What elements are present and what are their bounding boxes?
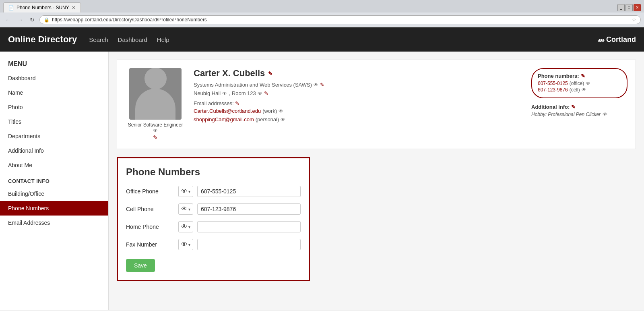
sidebar-item-phone-numbers[interactable]: Phone Numbers [0, 201, 108, 216]
email-personal-link[interactable]: shoppingCart@gmail.com [194, 116, 254, 122]
address-bar[interactable]: 🔒 https://webapp.cortland.edu/Directory/… [39, 15, 641, 24]
active-tab[interactable]: 📄 Phone Numbers - SUNY ✕ [3, 2, 81, 12]
tab-favicon: 📄 [8, 5, 14, 10]
close-button[interactable]: ✕ [634, 4, 641, 11]
email-work-link[interactable]: Carter.Cubells@cortland.edu [194, 108, 261, 114]
phone-cell-visibility[interactable]: 👁 [582, 87, 586, 93]
office-phone-visibility-control[interactable]: 👁 ▾ [178, 186, 193, 197]
sidebar-item-email-addresses[interactable]: Email Addresses [0, 216, 108, 230]
bookmark-icon[interactable]: ☆ [632, 17, 636, 23]
sidebar: MENU Dashboard Name Photo Titles Departm… [0, 52, 109, 310]
menu-heading: MENU [0, 56, 108, 71]
home-phone-visibility-control[interactable]: 👁 ▾ [178, 221, 193, 232]
location-row: Neubig Hall 👁 , Room 123 👁 ✎ [194, 90, 515, 96]
location-visibility-icon[interactable]: 👁 [222, 91, 227, 96]
profile-name-edit-icon[interactable]: ✎ [268, 70, 272, 77]
forward-button[interactable]: → [15, 15, 25, 25]
cell-phone-input[interactable] [197, 203, 301, 215]
home-phone-input[interactable] [197, 221, 301, 232]
sidebar-item-departments[interactable]: Departments [0, 129, 108, 143]
job-title-edit-icon[interactable]: ✎ [153, 134, 158, 141]
phone-cell-entry: 607-123-9876 (cell) 👁 [538, 87, 621, 93]
profile-avatar-section: Senior Software Engineer 👁 ✎ [125, 68, 186, 141]
sidebar-item-name[interactable]: Name [0, 85, 108, 100]
hobby-value: Hobby: Professional Pen Clicker [531, 112, 601, 117]
cell-phone-row: Cell Phone 👁 ▾ [126, 203, 301, 215]
phone-form-card: Phone Numbers Office Phone 👁 ▾ Cell Phon… [117, 157, 310, 281]
department-text: Systems Administration and Web Services … [194, 82, 312, 88]
additional-info-edit-icon[interactable]: ✎ [571, 104, 576, 110]
avatar-head [144, 68, 167, 89]
sidebar-item-building-office[interactable]: Building/Office [0, 187, 108, 201]
email-label: Email addresses: ✎ [194, 100, 515, 106]
cell-phone-chevron-icon: ▾ [188, 207, 190, 211]
sidebar-item-titles[interactable]: Titles [0, 114, 108, 129]
additional-info-section: Additional info: ✎ Hobby: Professional P… [531, 104, 627, 117]
profile-card: Senior Software Engineer 👁 ✎ Carter X. C… [117, 60, 636, 149]
maximize-button[interactable]: □ [625, 4, 633, 11]
save-button[interactable]: Save [126, 259, 155, 272]
tab-close-button[interactable]: ✕ [72, 5, 76, 10]
email-work-visibility[interactable]: 👁 [279, 108, 283, 114]
reload-button[interactable]: ↻ [27, 15, 37, 25]
dept-visibility-icon[interactable]: 👁 [314, 82, 318, 88]
fax-number-input[interactable] [197, 239, 301, 250]
room-text: Room 123 [232, 90, 256, 96]
sidebar-item-dashboard[interactable]: Dashboard [0, 71, 108, 85]
phone-office-type: (office) [570, 81, 584, 86]
logo-text: 𝓂 Cortland [598, 35, 636, 44]
sidebar-item-about-me[interactable]: About Me [0, 158, 108, 172]
phone-numbers-edit-icon[interactable]: ✎ [581, 73, 585, 79]
phone-cell-type: (cell) [570, 87, 580, 93]
cell-phone-visibility-control[interactable]: 👁 ▾ [178, 203, 193, 215]
avatar-image [129, 68, 182, 120]
avatar-person-shape [139, 68, 171, 120]
office-phone-row: Office Phone 👁 ▾ [126, 186, 301, 197]
phone-office-number: 607-555-0125 [538, 81, 568, 86]
main-content: Senior Software Engineer 👁 ✎ Carter X. C… [109, 52, 644, 310]
cell-phone-eye-icon: 👁 [181, 205, 188, 213]
tab-title: Phone Numbers - SUNY [17, 5, 69, 10]
office-phone-chevron-icon: ▾ [188, 189, 190, 194]
home-phone-eye-icon: 👁 [181, 223, 188, 230]
phone-numbers-label-text: Phone numbers: [538, 73, 579, 79]
form-title: Phone Numbers [126, 166, 301, 178]
tab-bar: 📄 Phone Numbers - SUNY ✕ _ □ ✕ [0, 0, 644, 12]
fax-number-label: Fax Number [126, 241, 174, 248]
minimize-button[interactable]: _ [617, 4, 625, 11]
sidebar-item-photo[interactable]: Photo [0, 100, 108, 114]
back-button[interactable]: ← [3, 15, 13, 25]
nav-dashboard[interactable]: Dashboard [118, 36, 147, 43]
browser-nav: ← → ↻ 🔒 https://webapp.cortland.edu/Dire… [0, 12, 644, 27]
email-work-type: (work) [262, 108, 277, 114]
sidebar-item-additional-info[interactable]: Additional Info [0, 143, 108, 158]
phone-office-visibility[interactable]: 👁 [586, 81, 590, 86]
profile-name-row: Carter X. Cubells ✎ [194, 68, 515, 79]
fax-chevron-icon: ▾ [188, 243, 190, 247]
nav-search[interactable]: Search [89, 36, 108, 43]
suny-cortland-logo: 𝓂 Cortland [598, 35, 636, 44]
office-phone-label: Office Phone [126, 188, 174, 195]
app-header: Online Directory Search Dashboard Help 𝓂… [0, 27, 644, 52]
email-personal-row: shoppingCart@gmail.com (personal) 👁 [194, 116, 515, 122]
dept-edit-icon[interactable]: ✎ [320, 82, 324, 88]
hobby-visibility-icon[interactable]: 👁 [602, 112, 607, 117]
fax-number-row: Fax Number 👁 ▾ [126, 239, 301, 250]
email-personal-visibility[interactable]: 👁 [281, 117, 285, 122]
contact-info-heading: CONTACT INFO [0, 172, 108, 187]
room-visibility-icon[interactable]: 👁 [258, 91, 262, 96]
email-edit-icon[interactable]: ✎ [235, 100, 239, 106]
phone-office-entry: 607-555-0125 (office) 👁 [538, 81, 621, 86]
location-edit-icon[interactable]: ✎ [264, 90, 268, 96]
phone-cell-number: 607-123-9876 [538, 87, 568, 93]
office-phone-input[interactable] [197, 186, 301, 197]
phone-numbers-highlight-box: Phone numbers: ✎ 607-555-0125 (office) 👁… [531, 68, 627, 98]
hobby-text: Hobby: Professional Pen Clicker 👁 [531, 112, 627, 117]
office-phone-eye-icon: 👁 [181, 188, 188, 195]
job-title-text: Senior Software Engineer 👁 [125, 122, 186, 133]
fax-visibility-control[interactable]: 👁 ▾ [178, 239, 193, 250]
home-phone-row: Home Phone 👁 ▾ [126, 221, 301, 232]
job-title-visibility-icon[interactable]: 👁 [153, 128, 158, 133]
profile-name-text: Carter X. Cubells [194, 68, 265, 79]
nav-help[interactable]: Help [157, 36, 169, 43]
